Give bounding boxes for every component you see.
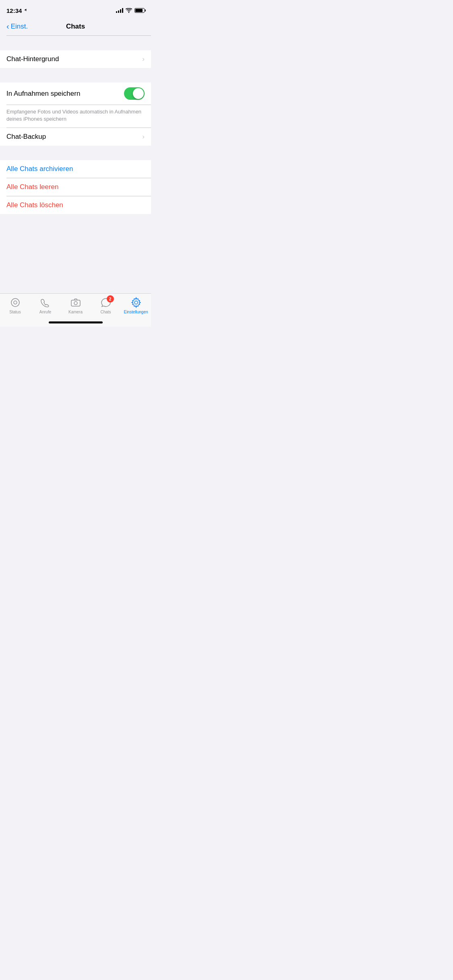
signal-icon bbox=[116, 8, 123, 13]
svg-point-4 bbox=[134, 301, 138, 304]
chat-backup-label: Chat-Backup bbox=[6, 133, 46, 141]
clear-all-label: Alle Chats leeren bbox=[6, 183, 58, 191]
tab-settings[interactable]: Einstellungen bbox=[121, 297, 151, 314]
toggle-knob bbox=[133, 88, 144, 99]
chat-background-label: Chat-Hintergrund bbox=[6, 55, 59, 63]
tab-camera[interactable]: Kamera bbox=[60, 297, 91, 314]
svg-rect-2 bbox=[71, 300, 80, 306]
nav-header: ‹ Einst. Chats bbox=[0, 18, 151, 35]
delete-all-item[interactable]: Alle Chats löschen bbox=[0, 196, 151, 214]
svg-point-1 bbox=[14, 301, 17, 304]
save-to-roll-section: In Aufnahmen speichern Empfangene Fotos … bbox=[0, 82, 151, 128]
status-icons bbox=[116, 8, 145, 13]
archive-all-label: Alle Chats archivieren bbox=[6, 165, 73, 173]
chats-icon: 2 bbox=[100, 297, 112, 308]
save-to-roll-toggle[interactable] bbox=[124, 87, 145, 100]
chat-backup-section: Chat-Backup › bbox=[0, 128, 151, 146]
camera-icon bbox=[70, 297, 81, 308]
back-chevron-icon: ‹ bbox=[6, 22, 9, 31]
wifi-icon bbox=[126, 8, 132, 13]
location-icon bbox=[23, 8, 27, 13]
tab-status[interactable]: Status bbox=[0, 297, 30, 314]
calls-icon bbox=[40, 297, 51, 308]
battery-icon bbox=[134, 8, 145, 13]
tab-chats[interactable]: 2 Chats bbox=[91, 297, 121, 314]
chat-background-section: Chat-Hintergrund › bbox=[0, 50, 151, 68]
section-spacer-2 bbox=[0, 68, 151, 82]
chat-backup-item[interactable]: Chat-Backup › bbox=[0, 128, 151, 146]
save-to-roll-description: Empfangene Fotos und Videos automatisch … bbox=[0, 105, 151, 128]
save-to-roll-label: In Aufnahmen speichern bbox=[6, 90, 80, 98]
chats-badge: 2 bbox=[107, 295, 114, 303]
svg-point-3 bbox=[74, 302, 77, 305]
back-label: Einst. bbox=[11, 23, 28, 31]
status-icon bbox=[10, 297, 21, 308]
status-time: 12:34 bbox=[6, 7, 27, 14]
status-bar: 12:34 bbox=[0, 0, 151, 18]
delete-all-label: Alle Chats löschen bbox=[6, 201, 63, 209]
chat-background-chevron-icon: › bbox=[142, 55, 145, 63]
svg-point-0 bbox=[11, 299, 19, 307]
tab-chats-label: Chats bbox=[100, 310, 111, 314]
save-to-roll-row: In Aufnahmen speichern bbox=[0, 82, 151, 105]
chat-actions-section: Alle Chats archivieren Alle Chats leeren… bbox=[0, 160, 151, 214]
tab-status-label: Status bbox=[9, 310, 21, 314]
archive-all-item[interactable]: Alle Chats archivieren bbox=[0, 160, 151, 178]
settings-icon bbox=[130, 297, 142, 308]
tab-settings-label: Einstellungen bbox=[124, 310, 148, 314]
tab-camera-label: Kamera bbox=[68, 310, 83, 314]
home-indicator bbox=[49, 321, 103, 323]
page-title: Chats bbox=[66, 23, 85, 31]
back-button[interactable]: ‹ Einst. bbox=[6, 22, 28, 31]
tab-calls-label: Anrufe bbox=[39, 310, 51, 314]
section-spacer-3 bbox=[0, 146, 151, 160]
tab-calls[interactable]: Anrufe bbox=[30, 297, 60, 314]
chat-backup-chevron-icon: › bbox=[142, 133, 145, 141]
chat-background-item[interactable]: Chat-Hintergrund › bbox=[0, 50, 151, 68]
section-spacer-1 bbox=[0, 36, 151, 50]
clear-all-item[interactable]: Alle Chats leeren bbox=[0, 178, 151, 196]
